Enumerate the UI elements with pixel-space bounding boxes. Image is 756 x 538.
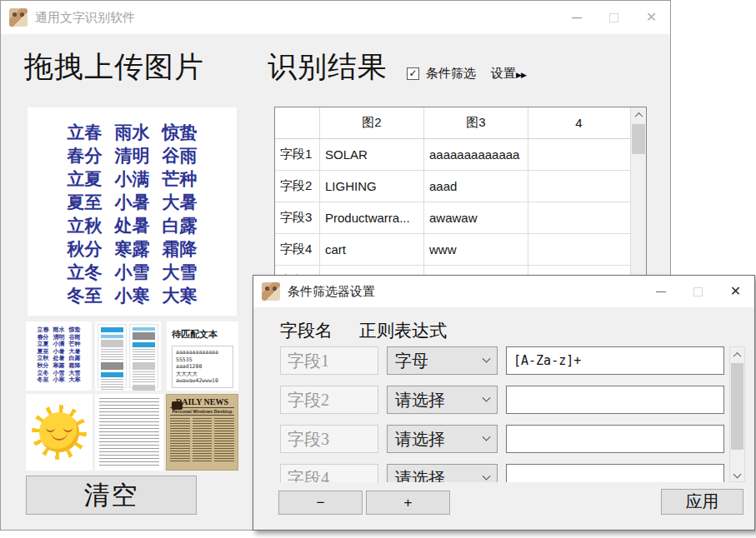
dialog-app-icon	[262, 282, 280, 301]
solar-term: 小寒	[53, 376, 65, 384]
thumbnail-text-document[interactable]	[95, 394, 163, 471]
selected-option-label: 请选择	[395, 389, 445, 411]
table-row: 字段4cartwww	[275, 234, 646, 266]
remove-row-button[interactable]: −	[278, 491, 363, 515]
solar-term: 立秋	[38, 355, 49, 362]
table-cell[interactable]	[528, 202, 629, 233]
thumbnail-newspaper[interactable]: DAILY NEWS Personal Windows Desktop	[166, 394, 238, 471]
scroll-up-icon[interactable]	[631, 107, 646, 122]
solar-term: 小满	[53, 341, 65, 348]
scrollbar-thumb[interactable]	[731, 363, 743, 450]
field-name-input[interactable]	[280, 386, 378, 414]
table-cell[interactable]: cart	[320, 234, 424, 265]
solar-term: 立冬	[38, 370, 49, 377]
field-name-input[interactable]	[280, 346, 378, 375]
solar-term: 小寒	[115, 284, 150, 307]
dialog-close-button[interactable]: ✕	[717, 276, 754, 307]
solar-term: 霜降	[69, 362, 81, 370]
table-cell[interactable]	[528, 234, 629, 265]
solar-term: 处暑	[53, 355, 65, 362]
table-cell[interactable]: Productwarra...	[320, 202, 424, 233]
filter-rule-row: 请选择	[253, 386, 728, 414]
regex-input[interactable]	[506, 386, 724, 414]
dialog-window-controls: ✕	[642, 276, 754, 309]
solar-term: 芒种	[163, 167, 198, 191]
solar-term: 雨水	[53, 326, 65, 334]
field-type-select[interactable]: 请选择	[387, 386, 498, 414]
field-name-input[interactable]	[280, 464, 378, 482]
matched-text-line: aaaaaaaaaaaaa	[176, 349, 229, 356]
solar-term: 霜降	[163, 237, 198, 261]
solar-term: 谷雨	[69, 334, 81, 341]
minimize-button[interactable]	[558, 1, 595, 34]
table-cell[interactable]: SOLAR	[320, 139, 424, 170]
maximize-icon	[609, 13, 618, 22]
table-header-cell: 4	[528, 107, 629, 138]
add-row-button[interactable]: +	[366, 491, 450, 515]
solar-term-row: 夏至小暑大暑	[28, 191, 237, 214]
maximize-icon	[693, 287, 703, 296]
chevron-down-icon	[483, 393, 491, 401]
field-name-header: 字段名	[280, 319, 333, 342]
matched-text-title: 待匹配文本	[172, 328, 233, 341]
table-row: 字段1SOLARaaaaaaaaaaaaa	[275, 139, 646, 171]
field-type-select[interactable]: 字母	[387, 346, 498, 375]
solar-term: 惊蛰	[69, 326, 81, 334]
filter-rule-row: 请选择	[253, 425, 728, 453]
table-cell[interactable]: awawaw	[424, 202, 528, 233]
selected-option-label: 请选择	[395, 428, 445, 451]
close-icon: ✕	[646, 11, 657, 24]
regex-input[interactable]	[506, 464, 724, 482]
thumbnail-sun-cartoon[interactable]	[26, 394, 93, 471]
solar-terms-grid: 立春雨水惊蛰春分清明谷雨立夏小满芒种夏至小暑大暑立秋处暑白露秋分寒露霜降立冬小雪…	[28, 121, 237, 307]
table-row: 字段2LIGHINGaaad	[275, 171, 646, 202]
close-button[interactable]: ✕	[633, 1, 670, 34]
table-cell[interactable]: LIGHING	[320, 171, 424, 202]
filter-checkbox[interactable]: ✓	[407, 67, 419, 80]
thumbnail-solar-terms[interactable]: 立春雨水惊蛰春分清明谷雨立夏小满芒种夏至小暑大暑立秋处暑白露秋分寒露霜降立冬小雪…	[26, 321, 92, 391]
table-cell[interactable]: aaad	[424, 171, 528, 202]
maximize-button[interactable]	[595, 1, 633, 34]
table-cell[interactable]	[528, 171, 629, 202]
solar-term: 大雪	[69, 370, 81, 377]
solar-term-row: 立冬小雪大雪	[28, 261, 237, 284]
solar-term: 冬至	[38, 376, 49, 384]
scroll-up-icon[interactable]	[730, 347, 744, 362]
solar-term-row: 春分清明谷雨	[26, 334, 92, 341]
clear-button[interactable]: 清空	[26, 476, 197, 515]
solar-term: 惊蛰	[163, 121, 198, 144]
settings-arrows-icon: ▶▶	[516, 71, 526, 79]
field-name-input[interactable]	[280, 425, 378, 453]
field-type-select[interactable]: 请选择	[387, 464, 498, 482]
solar-term: 春分	[68, 144, 103, 167]
solar-term-row: 秋分寒露霜降	[26, 362, 92, 370]
table-cell[interactable]: aaaaaaaaaaaaa	[424, 139, 528, 170]
scrollbar-thumb[interactable]	[632, 124, 645, 154]
filter-settings-dialog: 条件筛选器设置 ✕ 字段名 正则表达式 字母请选择请选择请选择	[253, 275, 755, 531]
settings-link[interactable]: 设置▶▶	[491, 66, 526, 82]
solar-term: 夏至	[68, 191, 103, 214]
dialog-scrollbar[interactable]	[729, 346, 745, 482]
newspaper-columns	[170, 418, 234, 463]
solar-term-row: 立春雨水惊蛰	[28, 121, 237, 144]
solar-term: 立春	[68, 121, 103, 144]
solar-term: 大寒	[163, 284, 198, 307]
dialog-maximize-button[interactable]	[679, 276, 717, 307]
table-cell[interactable]	[528, 139, 629, 170]
solar-term: 小暑	[53, 348, 65, 356]
dialog-minimize-button[interactable]	[642, 276, 679, 307]
solar-term: 小满	[115, 167, 150, 191]
solar-term-row: 立秋处暑白露	[26, 355, 92, 362]
uploaded-image-preview[interactable]: 立春雨水惊蛰春分清明谷雨立夏小满芒种夏至小暑大暑立秋处暑白露秋分寒露霜降立冬小雪…	[28, 107, 237, 316]
field-type-select[interactable]: 请选择	[387, 425, 498, 453]
table-cell[interactable]: www	[424, 234, 528, 265]
thumbnail-matched-text[interactable]: 待匹配文本 aaaaaaaaaaaaa55535aaad1200大大大大awaw…	[167, 321, 238, 391]
regex-input[interactable]	[506, 425, 724, 453]
table-cell: 字段3	[275, 202, 320, 233]
apply-button[interactable]: 应用	[661, 489, 743, 515]
thumbnail-product-manual[interactable]	[95, 321, 161, 391]
table-row: 字段3Productwarra...awawaw	[275, 202, 646, 234]
chevron-down-icon	[483, 471, 491, 480]
scroll-down-icon[interactable]	[730, 466, 744, 481]
regex-input[interactable]	[506, 346, 724, 375]
